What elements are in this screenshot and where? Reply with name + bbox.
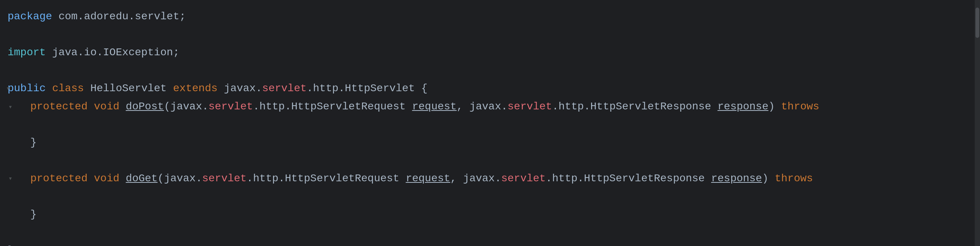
code-line: import java.io.IOException; [8,43,980,62]
keyword-throws-dopost: throws [781,98,819,116]
param-request: request [412,98,457,116]
code-text [46,80,52,97]
code-line: ▾ protected void doGet (javax. servlet .… [8,170,980,188]
code-line: } [8,241,980,246]
param-request-get: request [406,170,450,187]
brace-close: } [30,134,37,151]
code-line-empty [8,62,980,79]
code-line: ▾ public class HelloServlet extends java… [8,79,980,98]
keyword-public: public [8,80,46,97]
keyword-extends: extends [173,80,218,97]
keyword-throws-doget: throws [775,170,813,187]
code-text: ) [768,98,781,116]
code-text: .http.HttpServlet { [307,80,428,97]
code-line-empty [8,224,980,241]
code-text [119,98,126,116]
keyword-protected: protected [30,170,88,187]
code-line: ▾ protected void doPost (javax. servlet … [8,98,980,116]
code-line: } [8,205,980,224]
scrollbar[interactable] [975,0,980,246]
code-text: java.io.IOException; [46,44,180,61]
scrollbar-thumb[interactable] [975,8,979,38]
code-line-empty [8,152,980,170]
servlet-keyword: servlet [262,80,307,97]
code-line-empty [8,116,980,133]
code-text: , javax. [457,98,508,116]
code-editor: package com.adoredu.servlet; import java… [0,0,980,246]
code-line: package com.adoredu.servlet; [8,8,980,26]
code-line-empty [8,188,980,205]
param-response-get: response [711,170,762,187]
code-text [119,170,126,187]
keyword-void: void [94,98,119,116]
class-name: HelloServlet [84,80,173,97]
code-text: , javax. [450,170,501,187]
code-text [88,98,94,116]
keyword-import: import [8,44,46,61]
method-dopost: doPost [126,98,164,116]
code-text: .http.HttpServletResponse [552,98,718,116]
code-text: com.adoredu.servlet; [52,8,186,25]
keyword-protected: protected [30,98,88,116]
code-text: javax. [218,80,262,97]
keyword-class: class [52,80,84,97]
code-text: (javax. [164,98,208,116]
param-response: response [718,98,768,116]
keyword-void: void [94,170,119,187]
code-text: ) [762,170,775,187]
keyword-package: package [8,8,52,25]
servlet-keyword: servlet [208,98,253,116]
code-text: .http.HttpServletResponse [546,170,711,187]
code-line: } [8,133,980,152]
servlet-keyword: servlet [202,170,247,187]
servlet-keyword: servlet [501,170,546,187]
code-text: .http.HttpServletRequest [253,98,412,116]
code-text: (javax. [158,170,202,187]
brace-close: } [30,206,37,223]
brace-close-outer: } [8,242,14,246]
servlet-keyword: servlet [508,98,552,116]
code-text: .http.HttpServletRequest [247,170,406,187]
code-text [88,170,94,187]
code-line-empty [8,26,980,43]
method-doget: doGet [126,170,158,187]
